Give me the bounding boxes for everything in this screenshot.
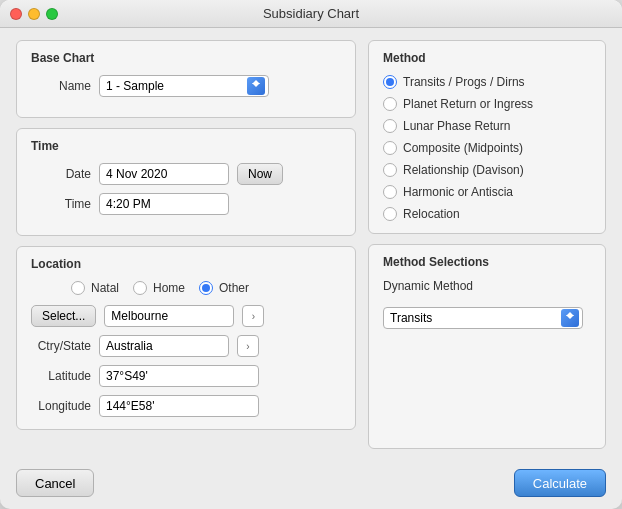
- time-label: Time: [31, 197, 91, 211]
- maximize-button[interactable]: [46, 8, 58, 20]
- method-radio-lunar-phase[interactable]: Lunar Phase Return: [383, 119, 591, 133]
- time-row: Time: [31, 193, 341, 215]
- name-select-wrapper: 1 - Sample: [99, 75, 269, 97]
- lat-row: Latitude: [31, 365, 341, 387]
- natal-label: Natal: [91, 281, 119, 295]
- harmonic-radio[interactable]: [383, 185, 397, 199]
- lunar-phase-label: Lunar Phase Return: [403, 119, 510, 133]
- other-radio[interactable]: [199, 281, 213, 295]
- relationship-radio[interactable]: [383, 163, 397, 177]
- method-selections-panel: Method Selections Dynamic Method Transit…: [368, 244, 606, 449]
- dynamic-method-select-wrapper: Transits: [383, 307, 583, 329]
- name-select[interactable]: 1 - Sample: [99, 75, 269, 97]
- other-label: Other: [219, 281, 249, 295]
- window-controls: [10, 8, 58, 20]
- titlebar: Subsidiary Chart: [0, 0, 622, 28]
- window-title: Subsidiary Chart: [263, 6, 359, 21]
- name-label: Name: [31, 79, 91, 93]
- lat-input[interactable]: [99, 365, 259, 387]
- home-radio[interactable]: [133, 281, 147, 295]
- harmonic-label: Harmonic or Antiscia: [403, 185, 513, 199]
- lon-label: Longitude: [31, 399, 91, 413]
- ctry-label: Ctry/State: [31, 339, 91, 353]
- relocation-label: Relocation: [403, 207, 460, 221]
- method-panel: Method Transits / Progs / Dirns Planet R…: [368, 40, 606, 234]
- time-title: Time: [31, 139, 341, 153]
- right-column: Method Transits / Progs / Dirns Planet R…: [368, 40, 606, 449]
- method-radio-relationship[interactable]: Relationship (Davison): [383, 163, 591, 177]
- lon-row: Longitude: [31, 395, 341, 417]
- ctry-chevron[interactable]: ›: [237, 335, 259, 357]
- lunar-phase-radio[interactable]: [383, 119, 397, 133]
- composite-label: Composite (Midpoints): [403, 141, 523, 155]
- method-radio-relocation[interactable]: Relocation: [383, 207, 591, 221]
- method-radio-harmonic[interactable]: Harmonic or Antiscia: [383, 185, 591, 199]
- relationship-label: Relationship (Davison): [403, 163, 524, 177]
- minimize-button[interactable]: [28, 8, 40, 20]
- city-input[interactable]: [104, 305, 234, 327]
- location-radio-group: Natal Home Other: [71, 281, 341, 295]
- select-button[interactable]: Select...: [31, 305, 96, 327]
- time-input[interactable]: [99, 193, 229, 215]
- ctry-input[interactable]: [99, 335, 229, 357]
- lon-input[interactable]: [99, 395, 259, 417]
- relocation-radio[interactable]: [383, 207, 397, 221]
- calculate-button[interactable]: Calculate: [514, 469, 606, 497]
- ctry-row: Ctry/State ›: [31, 335, 341, 357]
- close-button[interactable]: [10, 8, 22, 20]
- main-row: Base Chart Name 1 - Sample Time: [16, 40, 606, 449]
- base-chart-panel: Base Chart Name 1 - Sample: [16, 40, 356, 118]
- city-row: Select... ›: [31, 305, 341, 327]
- cancel-button[interactable]: Cancel: [16, 469, 94, 497]
- method-selections-title: Method Selections: [383, 255, 591, 269]
- content-area: Base Chart Name 1 - Sample Time: [0, 28, 622, 461]
- natal-radio[interactable]: [71, 281, 85, 295]
- now-button[interactable]: Now: [237, 163, 283, 185]
- date-label: Date: [31, 167, 91, 181]
- base-chart-title: Base Chart: [31, 51, 341, 65]
- planet-return-label: Planet Return or Ingress: [403, 97, 533, 111]
- transits-radio[interactable]: [383, 75, 397, 89]
- other-radio-row[interactable]: Other: [199, 281, 249, 295]
- dynamic-method-label: Dynamic Method: [383, 279, 473, 293]
- home-radio-row[interactable]: Home: [133, 281, 185, 295]
- home-label: Home: [153, 281, 185, 295]
- dynamic-method-row: Dynamic Method: [383, 279, 591, 299]
- date-input[interactable]: [99, 163, 229, 185]
- footer: Cancel Calculate: [0, 461, 622, 509]
- method-radio-planet-return[interactable]: Planet Return or Ingress: [383, 97, 591, 111]
- transits-label: Transits / Progs / Dirns: [403, 75, 525, 89]
- method-radio-transits[interactable]: Transits / Progs / Dirns: [383, 75, 591, 89]
- location-panel: Location Natal Home Other: [16, 246, 356, 430]
- left-column: Base Chart Name 1 - Sample Time: [16, 40, 356, 449]
- method-title: Method: [383, 51, 591, 65]
- natal-radio-row[interactable]: Natal: [71, 281, 119, 295]
- window: Subsidiary Chart Base Chart Name 1 - Sam…: [0, 0, 622, 509]
- date-row: Date Now: [31, 163, 341, 185]
- method-radio-group: Transits / Progs / Dirns Planet Return o…: [383, 75, 591, 221]
- lat-label: Latitude: [31, 369, 91, 383]
- dynamic-method-select[interactable]: Transits: [383, 307, 583, 329]
- composite-radio[interactable]: [383, 141, 397, 155]
- method-radio-composite[interactable]: Composite (Midpoints): [383, 141, 591, 155]
- city-chevron[interactable]: ›: [242, 305, 264, 327]
- time-panel: Time Date Now Time: [16, 128, 356, 236]
- planet-return-radio[interactable]: [383, 97, 397, 111]
- location-title: Location: [31, 257, 341, 271]
- name-row: Name 1 - Sample: [31, 75, 341, 97]
